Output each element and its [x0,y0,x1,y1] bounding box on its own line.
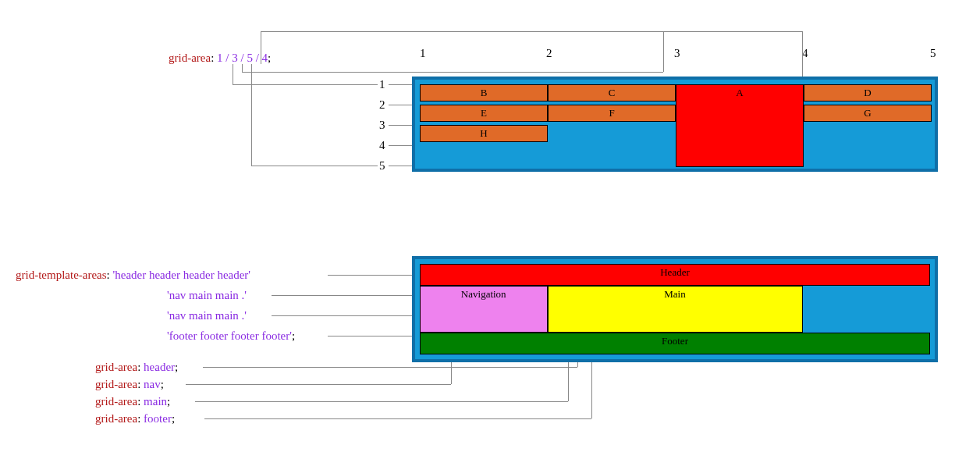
fig2-area0-val: header [144,361,175,373]
fig1-col-1: 1 [420,47,426,60]
fig1-cell-B: B [420,84,548,101]
fig1-caption: grid-area: 1 / 3 / 5 / 4; [169,52,271,65]
fig1-container: A B C D E F G H [412,77,938,172]
fig1-cell-F: F [548,105,676,122]
fig1-row-4: 4 [379,139,385,152]
fig2-area-line-2: grid-area: main; [95,395,170,408]
fig1-col-3: 3 [674,47,680,60]
fig1-col-5: 5 [930,47,936,60]
fig2-area3-prop: grid-area [95,412,137,425]
fig1-cell-H: H [420,125,548,142]
fig2-template-row0: 'header header header header' [113,269,251,281]
fig1-row-5: 5 [379,159,385,173]
fig2-main: Main [548,286,803,333]
fig2-area1-prop: grid-area [95,378,137,390]
fig2-nav: Navigation [420,286,548,333]
fig2-area0-prop: grid-area [95,361,137,373]
fig1-col-2: 2 [546,47,552,60]
fig2-area-line-1: grid-area: nav; [95,378,164,391]
fig1-row-2: 2 [379,98,385,112]
fig2-area2-val: main [144,395,167,408]
fig1-col-4: 4 [802,47,808,60]
fig2-template-line-1: 'nav main main .' [167,289,247,302]
fig1-cell-E: E [420,105,548,122]
fig1-caption-prop: grid-area [169,52,211,64]
fig2-template-row3: 'footer footer footer footer' [167,329,292,342]
fig2-template-row1: 'nav main main .' [167,289,247,301]
fig2-template-line-0: grid-template-areas: 'header header head… [16,269,250,282]
fig2-area1-val: nav [144,378,161,390]
fig2-template-line-2: 'nav main main .' [167,309,247,322]
fig2-footer: Footer [420,333,930,354]
fig2-template-prop: grid-template-areas [16,269,107,281]
fig1-cell-D: D [804,84,932,101]
fig1-row-1: 1 [379,78,385,91]
fig1-row-3: 3 [379,119,385,132]
fig1-cell-G: G [804,105,932,122]
fig2-container: Header Navigation Main Footer [412,256,938,362]
fig2-template-line-3: 'footer footer footer footer'; [167,329,295,343]
fig2-area2-prop: grid-area [95,395,137,408]
fig1-cell-A: A [676,84,804,167]
fig2-header: Header [420,264,930,286]
fig1-cell-C: C [548,84,676,101]
fig2-area-line-3: grid-area: footer; [95,412,175,425]
fig2-area3-val: footer [144,412,172,425]
fig2-area-line-0: grid-area: header; [95,361,178,374]
fig2-template-row2: 'nav main main .' [167,309,247,322]
